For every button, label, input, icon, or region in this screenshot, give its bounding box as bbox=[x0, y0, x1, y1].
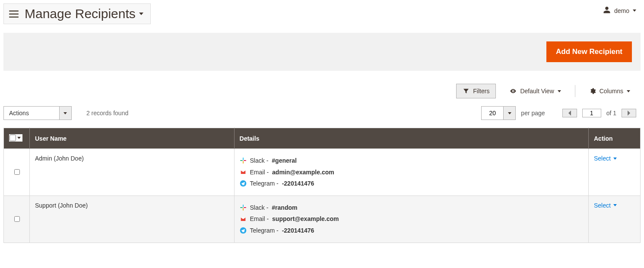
recipients-table: User Name Details Action Admin (John Doe… bbox=[3, 128, 641, 243]
chevron-down-icon bbox=[60, 106, 72, 120]
columns-button[interactable]: Columns bbox=[583, 84, 636, 98]
cell-user-name: Support (John Doe) bbox=[30, 195, 235, 243]
svg-rect-5 bbox=[243, 205, 244, 207]
filters-button[interactable]: Filters bbox=[456, 84, 496, 98]
page-of-label: of 1 bbox=[606, 110, 616, 117]
svg-rect-3 bbox=[244, 160, 246, 161]
detail-service: Telegram - bbox=[250, 225, 279, 236]
eye-icon bbox=[510, 88, 517, 95]
row-checkbox[interactable] bbox=[14, 169, 20, 175]
svg-rect-0 bbox=[243, 158, 244, 160]
detail-value: admin@example.com bbox=[272, 167, 334, 178]
slack-icon bbox=[240, 204, 247, 211]
per-page-label: per page bbox=[521, 110, 545, 117]
per-page-dropdown[interactable] bbox=[504, 106, 516, 120]
page-input[interactable] bbox=[582, 109, 601, 117]
detail-service: Telegram - bbox=[250, 178, 279, 189]
detail-service: Email - bbox=[250, 167, 269, 178]
svg-rect-1 bbox=[240, 160, 243, 161]
svg-rect-2 bbox=[243, 161, 244, 164]
user-icon bbox=[603, 6, 611, 15]
detail-line: Email - admin@example.com bbox=[240, 167, 583, 178]
detail-line: Telegram - -220141476 bbox=[240, 178, 583, 189]
detail-value: -220141476 bbox=[282, 225, 314, 236]
chevron-down-icon bbox=[613, 204, 617, 206]
detail-line: Slack - #general bbox=[240, 155, 583, 167]
detail-value: #general bbox=[272, 155, 297, 167]
user-label: demo bbox=[614, 7, 629, 14]
svg-rect-7 bbox=[243, 208, 244, 211]
actions-label: Actions bbox=[3, 106, 60, 120]
action-bar: Add New Recipient bbox=[3, 33, 641, 71]
chevron-left-icon bbox=[568, 110, 572, 116]
prev-page-button[interactable] bbox=[562, 109, 577, 117]
view-label: Default View bbox=[520, 88, 554, 95]
next-page-button[interactable] bbox=[622, 109, 636, 117]
select-all-input[interactable] bbox=[10, 135, 16, 141]
filters-label: Filters bbox=[473, 88, 489, 95]
row-action-select[interactable]: Select bbox=[594, 155, 617, 162]
detail-line: Slack - #random bbox=[240, 202, 583, 214]
page-title: Manage Recipients bbox=[25, 6, 136, 21]
row-action-select[interactable]: Select bbox=[594, 202, 617, 209]
column-header-details[interactable]: Details bbox=[234, 128, 588, 149]
chevron-right-icon bbox=[627, 110, 631, 116]
actions-dropdown[interactable]: Actions bbox=[3, 106, 72, 120]
select-label: Select bbox=[594, 155, 611, 162]
user-menu[interactable]: demo bbox=[603, 3, 636, 15]
column-header-action: Action bbox=[589, 128, 641, 149]
slack-icon bbox=[240, 157, 247, 164]
add-new-recipient-button[interactable]: Add New Recipient bbox=[546, 41, 632, 62]
detail-line: Email - support@example.com bbox=[240, 213, 583, 225]
detail-value: support@example.com bbox=[272, 213, 339, 225]
separator bbox=[575, 85, 575, 97]
column-header-user-name[interactable]: User Name bbox=[30, 128, 235, 149]
page-title-dropdown[interactable]: Manage Recipients bbox=[3, 3, 151, 24]
chevron-down-icon bbox=[139, 13, 143, 15]
detail-service: Slack - bbox=[250, 155, 269, 167]
menu-icon bbox=[8, 9, 19, 19]
chevron-down-icon bbox=[613, 158, 617, 160]
email-icon bbox=[240, 169, 247, 176]
gear-icon bbox=[589, 88, 596, 95]
select-label: Select bbox=[594, 202, 611, 209]
records-found: 2 records found bbox=[86, 110, 128, 117]
cell-details: Slack - #generalEmail - admin@example.co… bbox=[234, 149, 588, 196]
cell-user-name: Admin (John Doe) bbox=[30, 149, 235, 196]
detail-service: Email - bbox=[250, 213, 269, 225]
chevron-down-icon bbox=[558, 90, 561, 92]
svg-rect-6 bbox=[240, 207, 243, 208]
detail-service: Slack - bbox=[250, 202, 269, 214]
telegram-icon bbox=[240, 227, 247, 234]
telegram-icon bbox=[240, 180, 247, 187]
cell-details: Slack - #randomEmail - support@example.c… bbox=[234, 195, 588, 243]
detail-value: -220141476 bbox=[282, 178, 314, 189]
filter-icon bbox=[463, 88, 470, 95]
chevron-down-icon bbox=[16, 135, 22, 141]
table-row: Admin (John Doe)Slack - #generalEmail - … bbox=[4, 149, 641, 196]
detail-value: #random bbox=[272, 202, 297, 214]
email-icon bbox=[240, 216, 247, 223]
detail-line: Telegram - -220141476 bbox=[240, 225, 583, 236]
row-checkbox[interactable] bbox=[14, 216, 20, 222]
columns-label: Columns bbox=[600, 88, 623, 95]
chevron-down-icon bbox=[633, 9, 636, 12]
per-page-input[interactable] bbox=[481, 106, 504, 120]
select-all-checkbox[interactable] bbox=[9, 134, 22, 142]
chevron-down-icon bbox=[627, 90, 630, 92]
default-view-button[interactable]: Default View bbox=[504, 84, 567, 98]
svg-rect-8 bbox=[244, 207, 246, 208]
table-row: Support (John Doe)Slack - #randomEmail -… bbox=[4, 195, 641, 243]
